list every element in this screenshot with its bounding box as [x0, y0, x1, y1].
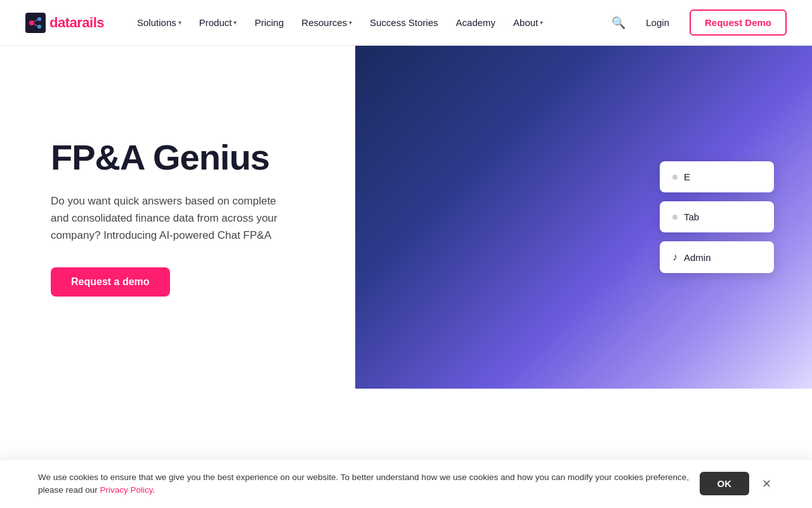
- chevron-down-icon: ▾: [233, 19, 237, 26]
- logo-icon: [25, 13, 46, 33]
- nav-item-about[interactable]: About ▾: [506, 12, 551, 33]
- nav-right: 🔍 Login Request Demo: [612, 10, 787, 36]
- search-icon[interactable]: 🔍: [612, 16, 625, 30]
- hero-content: FP&A Genius Do you want quick answers ba…: [51, 138, 317, 296]
- ui-card-dot: [672, 175, 678, 180]
- nav-item-success-stories[interactable]: Success Stories: [362, 12, 446, 33]
- ui-card-1: E: [660, 161, 774, 192]
- nav-item-academy[interactable]: Academy: [449, 12, 504, 33]
- request-demo-button[interactable]: Request Demo: [690, 10, 787, 36]
- chevron-down-icon: ▾: [540, 19, 543, 26]
- hero-cta-button[interactable]: Request a demo: [51, 267, 170, 297]
- hero-floating-cards: E Tab ♪ Admin: [660, 161, 774, 273]
- chevron-down-icon: ▾: [178, 19, 181, 26]
- login-button[interactable]: Login: [638, 12, 677, 33]
- ui-card-label-1: E: [684, 171, 690, 182]
- nav-item-product[interactable]: Product ▾: [192, 12, 245, 33]
- hero-title: FP&A Genius: [51, 138, 317, 177]
- hero-image: E Tab ♪ Admin: [355, 46, 812, 389]
- svg-point-1: [29, 20, 34, 25]
- svg-rect-0: [25, 13, 46, 33]
- nav-links: Solutions ▾ Product ▾ Pricing Resources …: [129, 12, 612, 33]
- ui-card-label-2: Tab: [684, 211, 699, 222]
- ui-card-label-3: Admin: [684, 252, 711, 263]
- svg-point-3: [37, 25, 41, 29]
- ui-card-2: Tab: [660, 201, 774, 232]
- logo-text: datarails: [49, 15, 104, 31]
- logo[interactable]: datarails: [25, 13, 104, 33]
- nav-item-solutions[interactable]: Solutions ▾: [129, 12, 189, 33]
- hero-section: FP&A Genius Do you want quick answers ba…: [0, 46, 812, 389]
- ui-card-dot: [672, 215, 678, 220]
- nav-item-resources[interactable]: Resources ▾: [294, 12, 360, 33]
- ui-card-icon: ♪: [672, 251, 678, 263]
- chevron-down-icon: ▾: [349, 19, 352, 26]
- nav-item-pricing[interactable]: Pricing: [247, 12, 291, 33]
- hero-description: Do you want quick answers based on compl…: [51, 192, 279, 244]
- svg-point-2: [37, 17, 41, 21]
- ui-card-3: ♪ Admin: [660, 241, 774, 273]
- navigation: datarails Solutions ▾ Product ▾ Pricing …: [0, 0, 812, 46]
